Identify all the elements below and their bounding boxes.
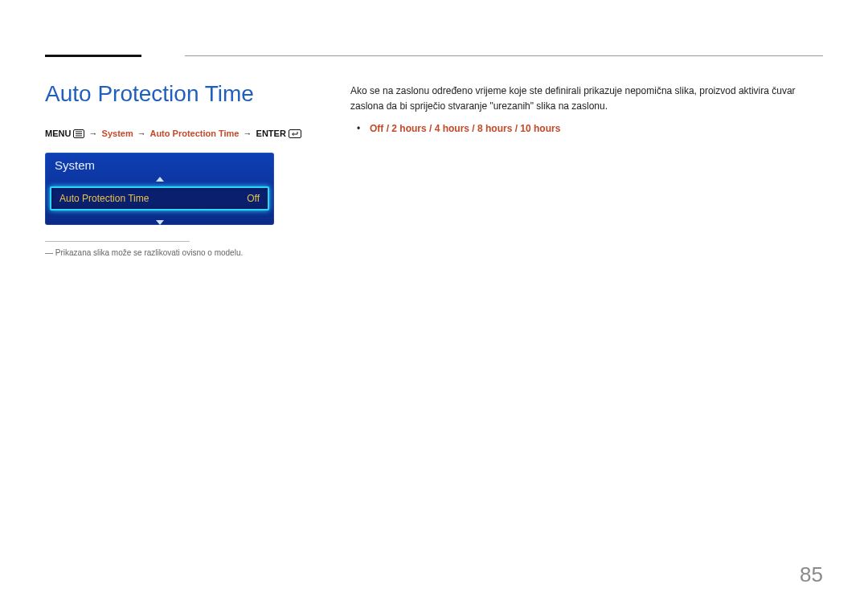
list-item: Off / 2 hours / 4 hours / 8 hours / 10 h… <box>350 123 823 134</box>
chevron-down-icon[interactable] <box>45 215 274 225</box>
osd-header: System <box>45 153 274 177</box>
breadcrumb-arrow-icon: → <box>136 129 148 138</box>
breadcrumb: MENU → System → Auto Protection Time → E… <box>45 129 318 138</box>
breadcrumb-system: System <box>102 129 133 138</box>
enter-icon <box>289 129 301 138</box>
content-columns: Auto Protection Time MENU → System → Aut… <box>45 79 823 257</box>
right-column: Ako se na zaslonu određeno vrijeme koje … <box>350 79 823 257</box>
osd-item-label: Auto Protection Time <box>59 193 149 204</box>
osd-item-auto-protection[interactable]: Auto Protection Time Off <box>50 186 269 210</box>
page-number: 85 <box>800 562 823 587</box>
breadcrumb-auto-protection: Auto Protection Time <box>149 129 239 138</box>
breadcrumb-menu: MENU <box>45 129 71 138</box>
description-text: Ako se na zaslonu određeno vrijeme koje … <box>350 84 823 113</box>
footnote-text: Prikazana slika može se razlikovati ovis… <box>45 248 318 257</box>
options-values: Off / 2 hours / 4 hours / 8 hours / 10 h… <box>370 123 560 134</box>
osd-panel: System Auto Protection Time Off <box>45 153 274 225</box>
breadcrumb-arrow-icon: → <box>242 129 254 138</box>
breadcrumb-arrow-icon: → <box>88 129 100 138</box>
menu-icon <box>73 129 84 138</box>
chevron-up-icon[interactable] <box>45 177 274 186</box>
top-divider <box>185 55 823 56</box>
left-column: Auto Protection Time MENU → System → Aut… <box>45 79 318 257</box>
footnote-divider <box>45 241 190 242</box>
top-accent-bar <box>45 55 141 57</box>
page-title: Auto Protection Time <box>45 80 318 108</box>
osd-item-value: Off <box>247 193 260 204</box>
breadcrumb-enter: ENTER <box>256 129 286 138</box>
manual-page: Auto Protection Time MENU → System → Aut… <box>0 0 868 613</box>
options-list: Off / 2 hours / 4 hours / 8 hours / 10 h… <box>350 123 823 134</box>
